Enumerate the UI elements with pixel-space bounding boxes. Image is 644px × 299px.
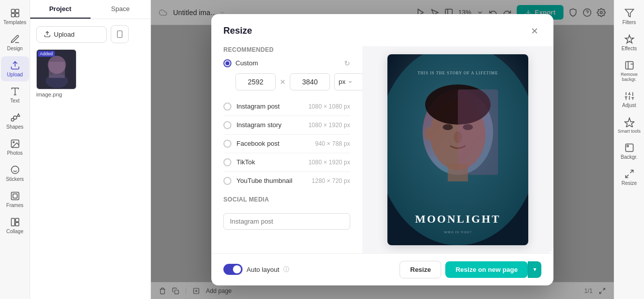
sidebar-item-label: Upload	[7, 72, 23, 77]
resize-button[interactable]: Resize	[399, 261, 441, 278]
panel-top-row: Upload	[30, 19, 150, 47]
sidebar-item-label: Photos	[7, 150, 23, 156]
link-icon: ✕	[280, 78, 286, 86]
resize-on-new-page-button[interactable]: Resize on new page	[445, 261, 528, 278]
svg-point-12	[11, 166, 19, 174]
sidebar-item-smart-tools[interactable]: Smart tools	[615, 113, 643, 138]
modal-footer: Auto layout ⓘ Resize Resize on new page …	[211, 253, 553, 285]
sidebar-item-upload[interactable]: Upload	[1, 56, 29, 81]
sidebar-item-resize[interactable]: Resize	[615, 165, 643, 190]
svg-marker-54	[625, 10, 633, 17]
recommended-label: Recommended	[223, 46, 350, 53]
modal-overlay: Resize ✕ Recommended Custom ↻	[151, 0, 614, 299]
svg-rect-3	[15, 14, 19, 17]
sidebar-item-adjust[interactable]: Adjust	[615, 87, 643, 112]
svg-rect-48	[458, 89, 498, 175]
sidebar-item-label: Collage	[7, 229, 24, 234]
refresh-icon[interactable]: ↻	[344, 59, 350, 67]
svg-rect-55	[625, 62, 633, 69]
sidebar-item-label: Adjust	[622, 103, 636, 108]
svg-rect-8	[11, 119, 14, 121]
svg-point-11	[13, 142, 14, 143]
auto-layout-label: Auto layout	[247, 266, 279, 273]
presets-list: Instagram post 1080 × 1080 px Instagram …	[223, 97, 350, 190]
preset-youtube-thumbnail[interactable]: YouTube thumbnail 1280 × 720 px	[223, 172, 350, 190]
sidebar-item-label: Text	[10, 98, 19, 104]
main-area: Untitled ima… 13% Export	[151, 0, 614, 299]
tab-space[interactable]: Space	[91, 0, 151, 19]
svg-point-49	[425, 127, 433, 140]
svg-rect-1	[15, 10, 19, 13]
svg-rect-18	[15, 219, 19, 222]
preset-instagram-story[interactable]: Instagram story 1080 × 1920 px	[223, 116, 350, 135]
svg-rect-19	[15, 223, 19, 226]
sidebar-item-design[interactable]: Design	[1, 30, 29, 55]
svg-text:THIS IS THE STORY OF A LIFETIM: THIS IS THE STORY OF A LIFETIME	[418, 71, 498, 75]
svg-rect-26	[49, 62, 65, 78]
sidebar-item-label: Remove backgr.	[617, 72, 641, 82]
custom-radio[interactable]	[223, 59, 231, 67]
sidebar-item-background[interactable]: Backgr.	[615, 139, 643, 164]
left-sidebar: Templates Design Upload Text Shapes Phot…	[0, 0, 30, 299]
svg-point-68	[627, 145, 628, 147]
sidebar-item-shapes[interactable]: Shapes	[1, 109, 29, 134]
preset-instagram-post[interactable]: Instagram post 1080 × 1080 px	[223, 97, 350, 116]
sidebar-item-collage[interactable]: Collage	[1, 213, 29, 238]
svg-rect-21	[117, 31, 122, 37]
custom-option: Custom ↻	[223, 59, 350, 67]
info-icon[interactable]: ⓘ	[283, 265, 289, 274]
left-panel: Project Space Upload Added	[30, 0, 151, 299]
sidebar-item-text[interactable]: Text	[1, 82, 29, 108]
dimension-row: ✕ px	[235, 73, 350, 90]
unit-chevron-icon	[348, 79, 353, 84]
sidebar-item-label: Templates	[4, 20, 27, 25]
svg-point-45	[443, 124, 453, 130]
preset-tiktok[interactable]: TikTok 1080 × 1920 px	[223, 153, 350, 172]
modal-title: Resize	[223, 26, 252, 36]
svg-rect-0	[11, 10, 15, 13]
sidebar-item-label: Frames	[7, 203, 24, 208]
svg-text:MOONLIGHT: MOONLIGHT	[415, 213, 501, 225]
preset-radio	[223, 158, 231, 166]
tab-project[interactable]: Project	[30, 0, 91, 19]
sidebar-item-label: Shapes	[7, 124, 24, 130]
image-list: Added image.png	[30, 47, 150, 99]
unit-select[interactable]: px	[334, 73, 362, 90]
resize-new-dropdown-button[interactable]: ▾	[528, 261, 541, 278]
sidebar-item-photos[interactable]: Photos	[1, 135, 29, 160]
upload-button[interactable]: Upload	[36, 26, 107, 43]
svg-rect-16	[13, 194, 17, 198]
width-input[interactable]	[235, 73, 276, 90]
sidebar-item-stickers[interactable]: Stickers	[1, 161, 29, 186]
close-button[interactable]: ✕	[527, 24, 541, 38]
preset-radio	[223, 103, 231, 111]
sidebar-item-effects[interactable]: Effects	[615, 30, 643, 55]
sidebar-item-label: Smart tools	[618, 129, 641, 134]
svg-rect-67	[625, 144, 633, 152]
panel-tabs: Project Space	[30, 0, 150, 19]
height-input[interactable]	[290, 73, 330, 90]
image-thumbnail[interactable]: Added	[36, 49, 76, 89]
sidebar-item-label: Resize	[621, 180, 637, 186]
sidebar-item-filters[interactable]: Filters	[615, 4, 643, 29]
resize-new-group: Resize on new page ▾	[445, 261, 541, 278]
social-search-input[interactable]	[223, 213, 350, 230]
options-panel: Recommended Custom ↻ ✕	[211, 46, 362, 253]
svg-rect-2	[11, 14, 15, 17]
svg-rect-50	[448, 164, 468, 181]
sidebar-item-label: Filters	[622, 20, 636, 25]
auto-layout-toggle[interactable]	[223, 264, 243, 275]
custom-label: Custom	[235, 59, 258, 67]
added-badge: Added	[38, 51, 55, 57]
preset-radio	[223, 121, 231, 129]
device-icon[interactable]	[111, 25, 129, 43]
sidebar-item-templates[interactable]: Templates	[1, 4, 29, 29]
svg-rect-17	[11, 219, 15, 226]
upload-label: Upload	[54, 31, 74, 38]
footer-buttons: Resize Resize on new page ▾	[399, 261, 541, 278]
svg-line-69	[630, 170, 633, 173]
social-media-label: Social media	[223, 196, 350, 203]
sidebar-item-frames[interactable]: Frames	[1, 187, 29, 212]
sidebar-item-remove-bg[interactable]: Remove backgr.	[615, 56, 643, 86]
preset-facebook-post[interactable]: Facebook post 940 × 788 px	[223, 135, 350, 153]
